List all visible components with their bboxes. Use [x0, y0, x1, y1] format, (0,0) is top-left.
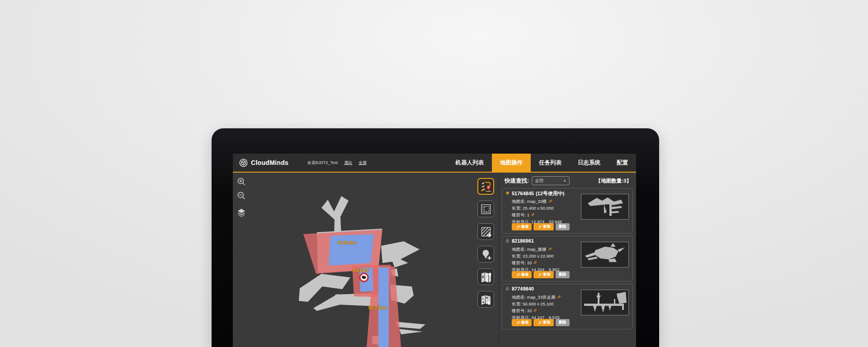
edit-name-icon[interactable]: ✎ — [548, 198, 552, 205]
map-fields: 地图名: map_33楼✎ 长宽: 25.400 x 50.000 楼层号: 1… — [512, 198, 562, 225]
modify-button[interactable]: ✎修改 — [512, 223, 532, 230]
field-name: 地图名: map_33楼✎ — [512, 198, 562, 205]
map-delete-icon — [480, 271, 492, 283]
map-thumbnail-image — [581, 290, 628, 315]
map-count-badge: 【地图数量:3】 — [596, 178, 632, 184]
brand-name: CloudMinds — [251, 159, 288, 166]
map-id: 87749840 — [512, 286, 534, 291]
map-in-use-note: (12号使用中) — [536, 191, 565, 196]
quick-find-label: 快速查找: — [505, 177, 529, 185]
region-area-label: 80.215m² — [368, 305, 388, 310]
pencil-icon: ✎ — [538, 272, 542, 277]
map-card[interactable]: ★ 51764845(12号使用中) 地图名: map_33楼✎ 长宽: 25.… — [502, 188, 633, 234]
layers-icon — [236, 207, 246, 217]
map-card-list: ★ 51764845(12号使用中) 地图名: map_33楼✎ 长宽: 25.… — [499, 187, 636, 329]
map-id: 82186961 — [512, 238, 534, 244]
delete-button[interactable]: 删除 — [556, 319, 570, 326]
zoom-out-icon — [237, 191, 246, 200]
logout-link[interactable]: 退出 — [344, 160, 352, 166]
map-canvas[interactable]: 40.519m² 8.614m² 80.215m² — [245, 173, 499, 347]
field-size: 长宽: 56.600 x 25.100 — [512, 300, 561, 307]
add-poi-tool[interactable] — [477, 246, 494, 263]
map-fields: 地图名: map_33层走廊✎ 长宽: 56.600 x 25.100 楼层号:… — [512, 294, 561, 321]
pencil-icon: ✎ — [538, 225, 542, 230]
modify-button[interactable]: ✎修改 — [512, 271, 532, 278]
edit-floor-icon[interactable]: ✎ — [533, 307, 537, 314]
map-id-title: 87749840 — [512, 286, 536, 291]
map-thumbnail-image — [581, 194, 628, 219]
chevron-down-icon: ▼ — [563, 179, 566, 183]
map-thumbnail[interactable] — [581, 290, 629, 315]
favorite-star-icon[interactable]: ☆ — [505, 238, 510, 244]
favorite-star-icon[interactable]: ★ — [505, 190, 510, 196]
app-screen: CloudMinds 欢迎BJDT2_Test 退出 全屏 机器人列表 地图操作… — [233, 154, 636, 347]
zoom-out-button[interactable] — [236, 190, 247, 201]
map-filter-value: 全部 — [535, 178, 563, 184]
map-controls — [236, 176, 247, 218]
fullscreen-link[interactable]: 全屏 — [359, 160, 367, 166]
map-task-list-tool[interactable] — [477, 178, 494, 195]
pin-plus-icon — [480, 248, 492, 261]
pencil-icon: ✎ — [516, 320, 520, 325]
top-navigation-bar: CloudMinds 欢迎BJDT2_Test 退出 全屏 机器人列表 地图操作… — [233, 154, 636, 173]
hatched-region-plus-icon — [480, 225, 492, 238]
map-id: 51764845 — [512, 191, 534, 196]
field-size: 长宽: 23.200 x 22.900 — [512, 253, 560, 259]
upload-map-tool[interactable] — [477, 291, 494, 308]
map-card[interactable]: ☆ 87749840 地图名: map_33层走廊✎ 长宽: 56.600 x … — [502, 284, 633, 329]
delete-map-tool[interactable] — [477, 268, 494, 285]
copy-button[interactable]: ✎复制 — [533, 319, 553, 326]
edit-floor-icon[interactable]: ✎ — [533, 259, 537, 266]
add-region-tool[interactable] — [477, 223, 494, 240]
brand-logo: CloudMinds — [233, 159, 288, 167]
modify-button[interactable]: ✎修改 — [512, 319, 532, 326]
main-nav-tabs: 机器人列表 地图操作 任务列表 日志系统 配置 — [448, 154, 637, 172]
measure-area-tool[interactable] — [477, 201, 494, 217]
map-fields: 地图名: map_腿腿✎ 长宽: 23.200 x 22.900 楼层号: 33… — [512, 246, 560, 273]
map-upload-icon — [480, 293, 492, 306]
tab-robot-list[interactable]: 机器人列表 — [448, 154, 492, 172]
map-id-title: 51764845(12号使用中) — [512, 190, 565, 197]
field-size: 长宽: 25.400 x 50.000 — [512, 205, 562, 211]
zoom-in-button[interactable] — [236, 176, 247, 187]
card-actions: ✎修改 ✎复制 删除 — [512, 319, 570, 326]
map-tool-column — [477, 178, 494, 308]
page-background: CloudMinds 欢迎BJDT2_Test 退出 全屏 机器人列表 地图操作… — [0, 0, 868, 347]
region-area-label: 40.519m² — [338, 240, 357, 245]
delete-button[interactable]: 删除 — [556, 271, 570, 278]
field-name: 地图名: map_33层走廊✎ — [512, 294, 561, 300]
map-card[interactable]: ☆ 82186961 地图名: map_腿腿✎ 长宽: 23.200 x 22.… — [502, 236, 633, 281]
map-list-panel: 快速查找: 全部 ▼ 【地图数量:3】 ★ 51764845(12号使用中) — [499, 173, 636, 347]
checklist-pin-icon — [480, 180, 492, 193]
ruler-select-icon — [480, 203, 492, 216]
field-floor: 楼层号: 1✎ — [512, 211, 562, 218]
edit-name-icon[interactable]: ✎ — [548, 246, 552, 253]
map-thumbnail[interactable] — [581, 242, 629, 267]
field-floor: 楼层号: 33✎ — [512, 307, 561, 314]
cloudminds-logo-icon — [239, 159, 248, 167]
tab-log-system[interactable]: 日志系统 — [570, 154, 609, 172]
layers-button[interactable] — [236, 207, 247, 218]
favorite-star-icon[interactable]: ☆ — [505, 286, 510, 292]
user-session-area: 欢迎BJDT2_Test 退出 全屏 — [307, 160, 367, 166]
edit-floor-icon[interactable]: ✎ — [531, 211, 534, 218]
map-thumbnail[interactable] — [581, 194, 629, 220]
pencil-icon: ✎ — [516, 272, 520, 277]
welcome-text: 欢迎BJDT2_Test — [307, 160, 338, 166]
field-name: 地图名: map_腿腿✎ — [512, 246, 560, 253]
tab-settings[interactable]: 配置 — [609, 154, 636, 172]
field-floor: 楼层号: 33✎ — [512, 259, 560, 266]
edit-name-icon[interactable]: ✎ — [557, 294, 561, 300]
quick-find-bar: 快速查找: 全部 ▼ 【地图数量:3】 — [499, 173, 636, 187]
content-area: 40.519m² 8.614m² 80.215m² — [233, 173, 636, 347]
copy-button[interactable]: ✎复制 — [533, 271, 553, 278]
robot-position-marker — [360, 273, 368, 281]
tab-map-operations[interactable]: 地图操作 — [492, 154, 531, 172]
region-area-label: 8.614m² — [353, 268, 369, 273]
map-filter-select[interactable]: 全部 ▼ — [532, 176, 570, 185]
card-actions: ✎修改 ✎复制 删除 — [512, 271, 570, 278]
zoom-in-icon — [237, 177, 246, 186]
tab-task-list[interactable]: 任务列表 — [531, 154, 570, 172]
copy-button[interactable]: ✎复制 — [533, 223, 553, 230]
delete-button[interactable]: 删除 — [556, 223, 570, 230]
